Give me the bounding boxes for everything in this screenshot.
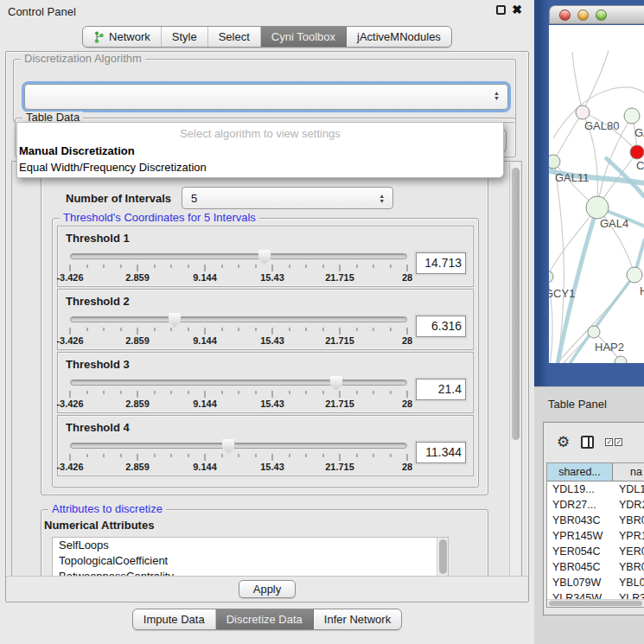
slider-track[interactable] (70, 443, 407, 449)
tick-mark (322, 328, 323, 331)
node-label: C (636, 159, 644, 172)
algorithm-select[interactable]: ▲▼ (24, 84, 508, 110)
scrollbar-thumb[interactable] (439, 539, 447, 574)
tick-mark (373, 454, 374, 457)
close-icon[interactable]: ✖ (512, 5, 522, 15)
tab-style[interactable]: Style (162, 27, 208, 47)
settings-vertical-scrollbar[interactable] (509, 163, 520, 577)
checkbox-icon[interactable]: ✓ (615, 438, 622, 446)
table-row[interactable]: YBR043CYBR0 (547, 513, 644, 528)
apply-button[interactable]: Apply (239, 580, 296, 598)
cell-shared-name: YPR145W (547, 528, 613, 544)
bottom-tab-discretize-data[interactable]: Discretize Data (216, 609, 314, 629)
table-row[interactable]: YLR345WYLR3 (547, 590, 644, 599)
red-node[interactable] (630, 145, 644, 159)
tab-select[interactable]: Select (208, 27, 261, 47)
table-row[interactable]: YBL079WYBL0 (547, 575, 644, 590)
network-edge[interactable] (583, 50, 609, 112)
algorithm-popup-item[interactable]: Manual Discretization (17, 143, 503, 159)
tab-jactivemnodules[interactable]: jActiveMNodules (347, 27, 451, 47)
checkbox-icon[interactable]: ✓ (605, 438, 613, 446)
slider-thumb[interactable] (330, 376, 343, 391)
slider-track[interactable] (70, 316, 407, 322)
tick-mark (70, 454, 71, 461)
float-window-icon[interactable] (496, 5, 506, 15)
tab-network[interactable]: Network (83, 27, 162, 47)
node-label: HAP2 (595, 341, 624, 354)
tick-label: 2.859 (125, 462, 150, 472)
table-horizontal-scrollbar[interactable] (547, 599, 644, 607)
table-row[interactable]: YER054CYER0 (547, 544, 644, 559)
GCY1-node[interactable] (541, 271, 553, 283)
tick-mark (306, 454, 307, 457)
cell-shared-name: YDR27... (547, 497, 613, 513)
table-row[interactable]: YDR27...YDR2 (547, 497, 644, 513)
tick-mark (407, 265, 408, 271)
threshold-value-field[interactable]: 6.316 (416, 316, 466, 337)
network-icon (93, 31, 105, 43)
bottom-tab-infer-network[interactable]: Infer Network (314, 609, 401, 629)
attribute-list-item[interactable]: TopologicalCoefficient (53, 553, 448, 569)
node-label: GAL4 (600, 217, 628, 230)
gear-icon[interactable]: ⚙ (557, 435, 570, 450)
control-panel-titlebar: Control Panel ✖ (0, 0, 534, 22)
threshold-slider[interactable]: -3.4262.8599.14415.4321.71528 (70, 439, 407, 474)
tick-mark (86, 454, 87, 457)
network-edge[interactable] (554, 112, 583, 162)
slider-tick-labels: -3.4262.8599.14415.4321.71528 (70, 335, 407, 346)
bottom-clipped-node[interactable] (615, 356, 627, 368)
table-panel-title: Table Panel (548, 398, 607, 411)
slider-track[interactable] (70, 253, 407, 259)
bottom-tab-impute-data[interactable]: Impute Data (133, 609, 216, 629)
table-row[interactable]: YBR045CYBR0 (547, 559, 644, 575)
scrollbar-thumb[interactable] (549, 601, 642, 606)
threshold-value-field[interactable]: 11.344 (416, 442, 466, 463)
column-header-shared-name[interactable]: shared... (547, 463, 613, 481)
slider-thumb[interactable] (168, 313, 181, 328)
network-edge[interactable] (547, 207, 597, 277)
number-of-intervals-select[interactable]: 5 ▲▼ (182, 187, 393, 209)
attribute-list-item[interactable]: SelfLoops (53, 538, 448, 553)
H-node[interactable] (627, 267, 642, 283)
tick-mark (205, 391, 206, 398)
network-edge[interactable] (572, 52, 583, 112)
slider-ticks (70, 328, 407, 335)
tick-mark (239, 328, 239, 331)
tick-label: -3.426 (56, 272, 83, 283)
HAP2-node[interactable] (588, 326, 600, 338)
column-header-name[interactable]: na (613, 463, 644, 481)
top-tab-bar: NetworkStyleSelectCyni ToolboxjActiveMNo… (0, 26, 534, 48)
slider-ticks (70, 391, 407, 398)
tick-mark (356, 328, 357, 331)
control-panel-title: Control Panel (8, 5, 76, 18)
tick-mark (390, 454, 391, 457)
tick-label: 15.43 (260, 272, 284, 283)
tick-label: 9.144 (193, 335, 217, 346)
scrollbar-thumb[interactable] (512, 168, 520, 440)
GAL4-node[interactable] (586, 196, 609, 219)
tab-label: Network (109, 30, 150, 43)
threshold-value-field[interactable]: 14.713 (416, 252, 466, 274)
slider-thumb[interactable] (258, 250, 271, 265)
slider-track[interactable] (70, 379, 407, 386)
algorithm-dropdown-popup: Select algorithm to view settings Manual… (16, 122, 504, 178)
network-edge[interactable] (548, 362, 621, 386)
GAL80-node[interactable] (576, 105, 590, 119)
columns-icon[interactable] (581, 436, 594, 449)
table-row[interactable]: YPR145WYPR1 (547, 528, 644, 544)
clipped-top-right-node[interactable] (624, 108, 640, 124)
threshold-slider[interactable]: -3.4262.8599.14415.4321.71528 (70, 250, 407, 284)
numerical-attributes-list[interactable]: SelfLoopsTopologicalCoefficientBetweenne… (52, 537, 449, 578)
tick-label: 28 (402, 335, 412, 346)
tab-cyni-toolbox[interactable]: Cyni Toolbox (261, 27, 347, 47)
GAL11-node[interactable] (546, 155, 560, 169)
threshold-slider[interactable]: -3.4262.8599.14415.4321.71528 (70, 313, 407, 348)
tick-label: 21.715 (325, 399, 354, 409)
list-vertical-scrollbar[interactable] (437, 538, 448, 578)
slider-thumb[interactable] (222, 439, 235, 454)
table-row[interactable]: YDL19...YDL1 (547, 481, 644, 497)
combo-arrows-icon: ▲▼ (376, 191, 387, 206)
threshold-value-field[interactable]: 21.4 (416, 379, 466, 400)
algorithm-popup-item[interactable]: Equal Width/Frequency Discretization (17, 159, 503, 175)
threshold-slider[interactable]: -3.4262.8599.14415.4321.71528 (70, 376, 407, 411)
